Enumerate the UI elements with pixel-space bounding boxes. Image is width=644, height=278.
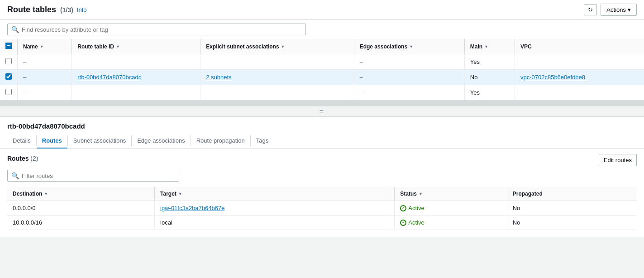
col-propagated: Propagated bbox=[507, 187, 637, 201]
edit-routes-button[interactable]: Edit routes bbox=[599, 154, 637, 166]
row-explicit-subnets bbox=[200, 54, 354, 70]
col-route-table-id: Route table ID ▼ bbox=[72, 39, 200, 54]
refresh-icon: ↻ bbox=[588, 6, 593, 13]
filter-routes-input[interactable] bbox=[22, 173, 175, 179]
status-dot-icon bbox=[400, 205, 406, 211]
routes-section: Routes (2) Edit routes 🔍 Destination ▼ bbox=[0, 149, 644, 230]
tab-subnet-associations[interactable]: Subnet associations bbox=[68, 134, 131, 149]
target-cell: local bbox=[155, 216, 395, 230]
target-cell[interactable]: igw-01fc3a2ba7b64b67e bbox=[155, 201, 395, 216]
filter-input-wrap: 🔍 bbox=[7, 170, 179, 182]
row-edge-assoc: – bbox=[354, 85, 464, 101]
row-name: – bbox=[18, 70, 72, 85]
sort-icon: ▼ bbox=[116, 44, 120, 49]
sort-icon: ▼ bbox=[419, 192, 423, 196]
actions-label: Actions bbox=[606, 6, 626, 13]
sort-icon: ▼ bbox=[281, 44, 285, 49]
select-all-header[interactable] bbox=[0, 39, 18, 54]
row-checkbox[interactable] bbox=[5, 58, 12, 64]
status-cell: Active bbox=[395, 201, 507, 216]
horizontal-scrollbar[interactable] bbox=[0, 101, 644, 106]
route-row: 0.0.0.0/0 igw-01fc3a2ba7b64b67e Active N… bbox=[7, 201, 637, 216]
routes-table: Destination ▼ Target ▼ Status ▼ bbox=[7, 187, 637, 230]
row-checkbox-cell[interactable] bbox=[0, 54, 18, 70]
row-main: No bbox=[464, 70, 515, 85]
destination-cell: 0.0.0.0/0 bbox=[7, 201, 155, 216]
tab-routes[interactable]: Routes bbox=[37, 134, 67, 149]
table-row: – rtb-00bd47da8070bcadd 2 subnets – No v… bbox=[0, 70, 644, 85]
tab-edge-associations[interactable]: Edge associations bbox=[132, 134, 191, 149]
top-toolbar: Route tables (1/3) Info ↻ Actions ▾ bbox=[0, 0, 644, 20]
refresh-button[interactable]: ↻ bbox=[584, 4, 597, 15]
resize-handle[interactable]: = bbox=[0, 106, 644, 117]
row-checkbox-cell[interactable] bbox=[0, 85, 18, 101]
toolbar-actions: ↻ Actions ▾ bbox=[584, 4, 637, 16]
routes-count: (2) bbox=[30, 155, 38, 162]
row-vpc[interactable]: vpc-0702c85b6e0efdbe8 bbox=[515, 70, 644, 85]
subnets-link[interactable]: 2 subnets bbox=[206, 74, 231, 81]
actions-chevron-icon: ▾ bbox=[628, 6, 631, 13]
row-checkbox[interactable] bbox=[5, 89, 12, 95]
row-vpc bbox=[515, 54, 644, 70]
status-dot-icon bbox=[400, 220, 406, 226]
table-row: – – Yes bbox=[0, 85, 644, 101]
sort-icon: ▼ bbox=[484, 44, 488, 49]
target-link[interactable]: igw-01fc3a2ba7b64b67e bbox=[160, 205, 224, 211]
actions-button[interactable]: Actions ▾ bbox=[601, 4, 637, 16]
row-route-table-id bbox=[72, 54, 200, 70]
tab-route-propagation[interactable]: Route propagation bbox=[191, 134, 250, 149]
col-target: Target ▼ bbox=[155, 187, 395, 201]
vpc-link[interactable]: vpc-0702c85b6e0efdbe8 bbox=[520, 74, 585, 81]
row-main: Yes bbox=[464, 85, 515, 101]
col-vpc: VPC bbox=[515, 39, 644, 54]
filter-search-icon: 🔍 bbox=[11, 172, 19, 179]
propagated-cell: No bbox=[507, 216, 637, 230]
info-link[interactable]: Info bbox=[77, 6, 87, 13]
row-edge-assoc: – bbox=[354, 70, 464, 85]
upper-table-area: Name ▼ Route table ID ▼ Explicit subnet … bbox=[0, 39, 644, 106]
status-active: Active bbox=[400, 205, 501, 211]
routes-title: Routes (2) bbox=[7, 155, 38, 162]
resize-handle-icon: = bbox=[320, 107, 324, 115]
propagated-cell: No bbox=[507, 201, 637, 216]
route-row: 10.0.0.0/16 local Active No bbox=[7, 216, 637, 230]
search-input[interactable] bbox=[22, 26, 302, 33]
col-main: Main ▼ bbox=[464, 39, 515, 54]
col-destination: Destination ▼ bbox=[7, 187, 155, 201]
page-title: Route tables (1/3) bbox=[7, 5, 73, 14]
tab-tags[interactable]: Tags bbox=[251, 134, 274, 149]
search-input-wrap: 🔍 bbox=[7, 24, 306, 35]
title-area: Route tables (1/3) Info bbox=[7, 5, 87, 14]
detail-tabs: Details Routes Subnet associations Edge … bbox=[0, 134, 644, 149]
tab-details[interactable]: Details bbox=[7, 134, 36, 149]
sort-icon: ▼ bbox=[409, 44, 413, 49]
selected-resource-title: rtb-00bd47da8070bcadd bbox=[0, 117, 644, 134]
col-status: Status ▼ bbox=[395, 187, 507, 201]
col-explicit-subnets: Explicit subnet associations ▼ bbox=[200, 39, 354, 54]
status-active: Active bbox=[400, 219, 501, 226]
col-edge-associations: Edge associations ▼ bbox=[354, 39, 464, 54]
col-name: Name ▼ bbox=[18, 39, 72, 54]
search-bar-area: 🔍 bbox=[0, 20, 644, 39]
row-explicit-subnets[interactable]: 2 subnets bbox=[200, 70, 354, 85]
row-route-table-id[interactable]: rtb-00bd47da8070bcadd bbox=[72, 70, 200, 85]
destination-cell: 10.0.0.0/16 bbox=[7, 216, 155, 230]
row-name: – bbox=[18, 54, 72, 70]
row-name: – bbox=[18, 85, 72, 101]
row-explicit-subnets bbox=[200, 85, 354, 101]
sort-icon: ▼ bbox=[178, 192, 182, 196]
route-tables-table: Name ▼ Route table ID ▼ Explicit subnet … bbox=[0, 39, 644, 101]
row-checkbox[interactable] bbox=[5, 73, 12, 80]
row-vpc bbox=[515, 85, 644, 101]
bottom-panel: rtb-00bd47da8070bcadd Details Routes Sub… bbox=[0, 117, 644, 237]
row-main: Yes bbox=[464, 54, 515, 70]
item-count: (1/3) bbox=[60, 6, 73, 14]
sort-icon: ▼ bbox=[40, 44, 44, 49]
row-checkbox-cell[interactable] bbox=[0, 70, 18, 85]
routes-header-row: Routes (2) Edit routes bbox=[7, 154, 637, 166]
route-table-id-link[interactable]: rtb-00bd47da8070bcadd bbox=[77, 74, 142, 81]
table-row: – – Yes bbox=[0, 54, 644, 70]
row-route-table-id bbox=[72, 85, 200, 101]
indeterminate-checkbox[interactable] bbox=[5, 43, 12, 49]
row-edge-assoc: – bbox=[354, 54, 464, 70]
